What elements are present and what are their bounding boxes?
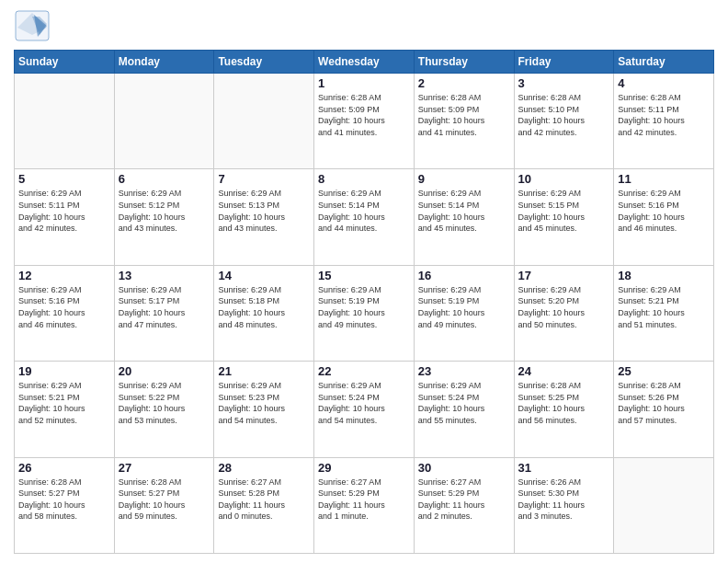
day-info: Sunrise: 6:29 AM Sunset: 5:20 PM Dayligh… xyxy=(518,284,610,330)
day-number: 20 xyxy=(119,364,210,378)
calendar-day-cell: 25Sunrise: 6:28 AM Sunset: 5:26 PM Dayli… xyxy=(614,362,714,457)
day-number: 9 xyxy=(418,172,510,186)
day-number: 7 xyxy=(218,172,310,186)
day-number: 14 xyxy=(218,269,310,282)
calendar-table: SundayMondayTuesdayWednesdayThursdayFrid… xyxy=(14,50,714,554)
calendar-day-cell: 31Sunrise: 6:26 AM Sunset: 5:30 PM Dayli… xyxy=(514,457,614,553)
day-number: 1 xyxy=(318,76,410,90)
day-info: Sunrise: 6:28 AM Sunset: 5:09 PM Dayligh… xyxy=(318,92,410,138)
calendar-header-row: SundayMondayTuesdayWednesdayThursdayFrid… xyxy=(15,51,714,74)
calendar-day-cell: 16Sunrise: 6:29 AM Sunset: 5:19 PM Dayli… xyxy=(414,265,514,361)
day-info: Sunrise: 6:29 AM Sunset: 5:21 PM Dayligh… xyxy=(18,380,110,426)
day-number: 13 xyxy=(119,269,210,282)
calendar-day-cell: 22Sunrise: 6:29 AM Sunset: 5:24 PM Dayli… xyxy=(314,362,415,457)
calendar-day-cell: 17Sunrise: 6:29 AM Sunset: 5:20 PM Dayli… xyxy=(514,265,614,361)
calendar-day-cell: 6Sunrise: 6:29 AM Sunset: 5:12 PM Daylig… xyxy=(114,169,214,265)
calendar-day-cell: 10Sunrise: 6:29 AM Sunset: 5:15 PM Dayli… xyxy=(514,169,614,265)
calendar-day-cell: 14Sunrise: 6:29 AM Sunset: 5:18 PM Dayli… xyxy=(214,265,314,361)
calendar-day-cell: 15Sunrise: 6:29 AM Sunset: 5:19 PM Dayli… xyxy=(314,265,415,361)
day-info: Sunrise: 6:28 AM Sunset: 5:10 PM Dayligh… xyxy=(518,92,610,138)
calendar-day-cell: 18Sunrise: 6:29 AM Sunset: 5:21 PM Dayli… xyxy=(614,265,714,361)
calendar-day-cell: 21Sunrise: 6:29 AM Sunset: 5:23 PM Dayli… xyxy=(214,362,314,457)
logo-icon xyxy=(14,9,51,42)
day-info: Sunrise: 6:28 AM Sunset: 5:09 PM Dayligh… xyxy=(418,92,510,138)
calendar-day-cell: 5Sunrise: 6:29 AM Sunset: 5:11 PM Daylig… xyxy=(15,169,115,265)
calendar-week-row: 19Sunrise: 6:29 AM Sunset: 5:21 PM Dayli… xyxy=(15,362,714,457)
day-number: 28 xyxy=(218,461,310,475)
calendar-day-cell: 27Sunrise: 6:28 AM Sunset: 5:27 PM Dayli… xyxy=(114,457,214,553)
calendar-week-row: 12Sunrise: 6:29 AM Sunset: 5:16 PM Dayli… xyxy=(15,265,714,361)
calendar-day-cell: 7Sunrise: 6:29 AM Sunset: 5:13 PM Daylig… xyxy=(214,169,314,265)
day-header-sunday: Sunday xyxy=(15,51,115,74)
day-info: Sunrise: 6:29 AM Sunset: 5:24 PM Dayligh… xyxy=(318,380,410,426)
day-info: Sunrise: 6:27 AM Sunset: 5:29 PM Dayligh… xyxy=(418,477,510,523)
day-info: Sunrise: 6:28 AM Sunset: 5:25 PM Dayligh… xyxy=(518,380,610,426)
day-info: Sunrise: 6:29 AM Sunset: 5:22 PM Dayligh… xyxy=(119,380,210,426)
day-number: 24 xyxy=(518,364,610,378)
day-number: 17 xyxy=(518,269,610,282)
day-number: 11 xyxy=(618,172,710,186)
day-info: Sunrise: 6:28 AM Sunset: 5:27 PM Dayligh… xyxy=(119,477,210,523)
calendar-day-cell: 13Sunrise: 6:29 AM Sunset: 5:17 PM Dayli… xyxy=(114,265,214,361)
day-info: Sunrise: 6:27 AM Sunset: 5:28 PM Dayligh… xyxy=(218,477,310,523)
header xyxy=(14,9,714,42)
day-info: Sunrise: 6:29 AM Sunset: 5:13 PM Dayligh… xyxy=(218,188,310,234)
day-number: 8 xyxy=(318,172,410,186)
day-info: Sunrise: 6:29 AM Sunset: 5:16 PM Dayligh… xyxy=(18,284,110,330)
calendar-day-cell: 30Sunrise: 6:27 AM Sunset: 5:29 PM Dayli… xyxy=(414,457,514,553)
calendar-day-cell: 29Sunrise: 6:27 AM Sunset: 5:29 PM Dayli… xyxy=(314,457,415,553)
calendar-day-cell: 3Sunrise: 6:28 AM Sunset: 5:10 PM Daylig… xyxy=(514,74,614,169)
calendar-day-cell xyxy=(15,74,115,169)
day-number: 29 xyxy=(318,461,410,475)
calendar-week-row: 26Sunrise: 6:28 AM Sunset: 5:27 PM Dayli… xyxy=(15,457,714,553)
day-info: Sunrise: 6:29 AM Sunset: 5:21 PM Dayligh… xyxy=(618,284,710,330)
day-info: Sunrise: 6:29 AM Sunset: 5:18 PM Dayligh… xyxy=(218,284,310,330)
day-info: Sunrise: 6:29 AM Sunset: 5:11 PM Dayligh… xyxy=(18,188,110,234)
day-number: 22 xyxy=(318,364,410,378)
calendar-week-row: 1Sunrise: 6:28 AM Sunset: 5:09 PM Daylig… xyxy=(15,74,714,169)
day-info: Sunrise: 6:29 AM Sunset: 5:12 PM Dayligh… xyxy=(119,188,210,234)
day-info: Sunrise: 6:29 AM Sunset: 5:16 PM Dayligh… xyxy=(618,188,710,234)
calendar-day-cell: 8Sunrise: 6:29 AM Sunset: 5:14 PM Daylig… xyxy=(314,169,415,265)
day-number: 15 xyxy=(318,269,410,282)
calendar-day-cell: 2Sunrise: 6:28 AM Sunset: 5:09 PM Daylig… xyxy=(414,74,514,169)
day-number: 25 xyxy=(618,364,710,378)
day-info: Sunrise: 6:29 AM Sunset: 5:24 PM Dayligh… xyxy=(418,380,510,426)
day-header-wednesday: Wednesday xyxy=(314,51,415,74)
day-header-monday: Monday xyxy=(114,51,214,74)
day-info: Sunrise: 6:29 AM Sunset: 5:14 PM Dayligh… xyxy=(418,188,510,234)
day-info: Sunrise: 6:28 AM Sunset: 5:26 PM Dayligh… xyxy=(618,380,710,426)
calendar-day-cell: 28Sunrise: 6:27 AM Sunset: 5:28 PM Dayli… xyxy=(214,457,314,553)
day-number: 31 xyxy=(518,461,610,475)
day-info: Sunrise: 6:29 AM Sunset: 5:19 PM Dayligh… xyxy=(318,284,410,330)
day-info: Sunrise: 6:29 AM Sunset: 5:14 PM Dayligh… xyxy=(318,188,410,234)
day-header-thursday: Thursday xyxy=(414,51,514,74)
day-info: Sunrise: 6:29 AM Sunset: 5:17 PM Dayligh… xyxy=(119,284,210,330)
day-number: 19 xyxy=(18,364,110,378)
page: SundayMondayTuesdayWednesdayThursdayFrid… xyxy=(0,0,728,563)
day-number: 6 xyxy=(119,172,210,186)
calendar-day-cell xyxy=(214,74,314,169)
calendar-day-cell: 20Sunrise: 6:29 AM Sunset: 5:22 PM Dayli… xyxy=(114,362,214,457)
day-info: Sunrise: 6:29 AM Sunset: 5:19 PM Dayligh… xyxy=(418,284,510,330)
calendar-day-cell: 12Sunrise: 6:29 AM Sunset: 5:16 PM Dayli… xyxy=(15,265,115,361)
day-number: 4 xyxy=(618,76,710,90)
day-header-friday: Friday xyxy=(514,51,614,74)
day-number: 2 xyxy=(418,76,510,90)
day-info: Sunrise: 6:26 AM Sunset: 5:30 PM Dayligh… xyxy=(518,477,610,523)
calendar-day-cell: 11Sunrise: 6:29 AM Sunset: 5:16 PM Dayli… xyxy=(614,169,714,265)
day-info: Sunrise: 6:28 AM Sunset: 5:27 PM Dayligh… xyxy=(18,477,110,523)
day-header-tuesday: Tuesday xyxy=(214,51,314,74)
day-number: 16 xyxy=(418,269,510,282)
calendar-day-cell: 19Sunrise: 6:29 AM Sunset: 5:21 PM Dayli… xyxy=(15,362,115,457)
day-number: 26 xyxy=(18,461,110,475)
calendar-day-cell: 1Sunrise: 6:28 AM Sunset: 5:09 PM Daylig… xyxy=(314,74,415,169)
day-number: 27 xyxy=(119,461,210,475)
calendar-day-cell: 24Sunrise: 6:28 AM Sunset: 5:25 PM Dayli… xyxy=(514,362,614,457)
calendar-day-cell: 9Sunrise: 6:29 AM Sunset: 5:14 PM Daylig… xyxy=(414,169,514,265)
day-number: 21 xyxy=(218,364,310,378)
day-info: Sunrise: 6:28 AM Sunset: 5:11 PM Dayligh… xyxy=(618,92,710,138)
day-number: 3 xyxy=(518,76,610,90)
logo xyxy=(14,9,54,42)
calendar-day-cell xyxy=(114,74,214,169)
